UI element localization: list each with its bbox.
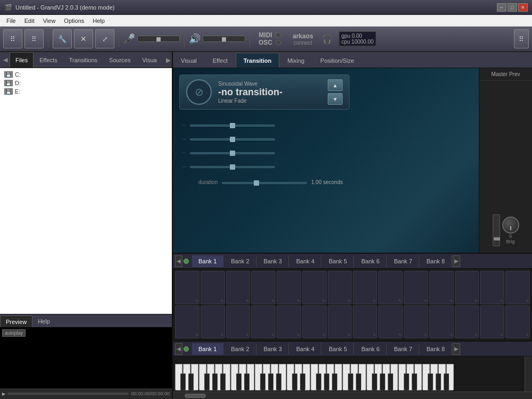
- param-slider-1[interactable]: [190, 124, 275, 127]
- bank1-next-button[interactable]: ▶: [453, 255, 460, 267]
- bank1-tab-5[interactable]: Bank 5: [322, 255, 354, 267]
- bank1-cell-4[interactable]: ✎: [277, 271, 301, 304]
- black-key[interactable]: [332, 373, 337, 390]
- toolbar-btn-2[interactable]: ⠿: [24, 29, 44, 48]
- bank1-cell-3[interactable]: ✎: [251, 271, 276, 304]
- play-button[interactable]: ▶: [2, 392, 5, 396]
- bank2-tab-2[interactable]: Bank 2: [225, 343, 256, 355]
- bank1-cell-9[interactable]: ✎: [404, 271, 428, 304]
- bank1-tab-1[interactable]: Bank 1: [192, 255, 223, 267]
- file-item-d[interactable]: 💾 D:: [2, 79, 170, 87]
- tab-mixing[interactable]: Mixing: [279, 53, 312, 68]
- maximize-button[interactable]: □: [508, 3, 517, 12]
- black-key[interactable]: [212, 373, 218, 390]
- tab-position-size[interactable]: Position/Size: [312, 53, 362, 68]
- black-key[interactable]: [380, 373, 385, 390]
- black-key[interactable]: [388, 373, 393, 390]
- menu-edit[interactable]: Edit: [20, 16, 39, 25]
- transition-down-button[interactable]: ▼: [328, 93, 343, 105]
- bank1-cell-17[interactable]: ✎: [251, 305, 276, 339]
- menu-file[interactable]: File: [2, 16, 20, 25]
- bank1-cell-27[interactable]: ✎: [505, 305, 530, 339]
- file-item-c[interactable]: 💾 C:: [2, 70, 170, 79]
- files-tab-arrow-right[interactable]: ▶: [163, 54, 174, 66]
- black-key[interactable]: [220, 373, 226, 390]
- bank1-cell-6[interactable]: ✎: [328, 271, 352, 304]
- bank1-cell-22[interactable]: ✎: [378, 305, 403, 339]
- bank1-tab-8[interactable]: Bank 8: [420, 255, 452, 267]
- bank1-tab-7[interactable]: Bank 7: [388, 255, 419, 267]
- bank1-cell-13[interactable]: ✎: [505, 271, 530, 304]
- bank1-cell-11[interactable]: ✎: [455, 271, 479, 304]
- bank1-cell-21[interactable]: ✎: [353, 305, 377, 339]
- bank2-tab-3[interactable]: Bank 3: [257, 343, 289, 355]
- mic-slider[interactable]: [137, 36, 180, 42]
- preview-tab-preview[interactable]: Preview: [0, 315, 32, 327]
- param-slider-2[interactable]: [190, 138, 275, 140]
- bank1-cell-2[interactable]: ✎: [226, 271, 251, 304]
- bank1-cell-25[interactable]: ✎: [455, 305, 479, 339]
- bank2-next-button[interactable]: ▶: [453, 343, 460, 355]
- master-fader[interactable]: [493, 214, 500, 246]
- bank2-tab-6[interactable]: Bank 6: [355, 343, 386, 355]
- menu-view[interactable]: View: [39, 16, 60, 25]
- bank1-tab-4[interactable]: Bank 4: [290, 255, 321, 267]
- bank2-tab-8[interactable]: Bank 8: [420, 343, 452, 355]
- close-button[interactable]: ✕: [518, 3, 528, 12]
- bank2-tab-7[interactable]: Bank 7: [388, 343, 419, 355]
- toolbar-btn-last[interactable]: ⠿: [514, 29, 529, 48]
- bank1-cell-7[interactable]: ✎: [353, 271, 377, 304]
- black-key[interactable]: [236, 373, 242, 390]
- bank1-tab-2[interactable]: Bank 2: [225, 255, 256, 267]
- bank1-cell-24[interactable]: ✎: [429, 305, 454, 339]
- minimize-button[interactable]: –: [497, 3, 506, 12]
- bank1-cell-8[interactable]: ✎: [378, 271, 403, 304]
- bank1-cell-10[interactable]: ✎: [429, 271, 454, 304]
- tab-visual[interactable]: Visual: [173, 53, 205, 68]
- files-tab-arrow-left[interactable]: ◀: [1, 56, 10, 63]
- bank1-cell-15[interactable]: ✎: [201, 305, 225, 339]
- bank2-prev-button[interactable]: ◀: [175, 343, 182, 355]
- black-key[interactable]: [180, 373, 186, 390]
- black-key[interactable]: [276, 373, 281, 390]
- bank1-cell-0[interactable]: ✎: [175, 271, 200, 304]
- tab-transition[interactable]: Transition: [236, 53, 280, 68]
- black-key[interactable]: [244, 373, 250, 390]
- bank1-tab-3[interactable]: Bank 3: [257, 255, 289, 267]
- menu-help[interactable]: Help: [88, 16, 109, 25]
- preview-progress[interactable]: [7, 393, 129, 395]
- bank1-cell-5[interactable]: ✎: [302, 271, 327, 304]
- tab-effect[interactable]: Effect: [205, 53, 236, 68]
- bank1-cell-16[interactable]: ✎: [226, 305, 251, 339]
- file-item-e[interactable]: 💾 E:: [2, 87, 170, 96]
- bank2-tab-5[interactable]: Bank 5: [322, 343, 354, 355]
- tab-visual[interactable]: Visua: [136, 52, 162, 68]
- transition-up-button[interactable]: ▲: [328, 79, 343, 91]
- toolbar-btn-brush[interactable]: 🔧: [53, 29, 72, 48]
- black-key[interactable]: [204, 373, 210, 390]
- black-key[interactable]: [436, 373, 441, 390]
- toolbar-btn-expand[interactable]: ⤢: [95, 29, 114, 48]
- bank1-cell-26[interactable]: ✎: [480, 305, 504, 339]
- bank1-cell-18[interactable]: ✎: [277, 305, 301, 339]
- black-key[interactable]: [300, 373, 305, 390]
- black-key[interactable]: [356, 373, 361, 390]
- black-key[interactable]: [444, 373, 449, 390]
- bank2-radio[interactable]: [184, 346, 189, 352]
- bank1-cell-20[interactable]: ✎: [328, 305, 352, 339]
- black-key[interactable]: [324, 373, 329, 390]
- bank1-prev-button[interactable]: ◀: [175, 255, 182, 267]
- bank2-tab-4[interactable]: Bank 4: [290, 343, 321, 355]
- black-key[interactable]: [292, 373, 297, 390]
- param-slider-3[interactable]: [190, 152, 275, 154]
- black-key[interactable]: [372, 373, 377, 390]
- black-key[interactable]: [188, 373, 194, 390]
- vertical-scrollbar-2[interactable]: [525, 356, 532, 392]
- black-key[interactable]: [348, 373, 353, 390]
- black-key[interactable]: [268, 373, 273, 390]
- bank1-cell-12[interactable]: ✎: [480, 271, 504, 304]
- toolbar-btn-x[interactable]: ✕: [74, 29, 93, 48]
- black-key[interactable]: [316, 373, 321, 390]
- tab-transitions[interactable]: Transitions: [63, 52, 103, 68]
- duration-slider[interactable]: [222, 182, 307, 184]
